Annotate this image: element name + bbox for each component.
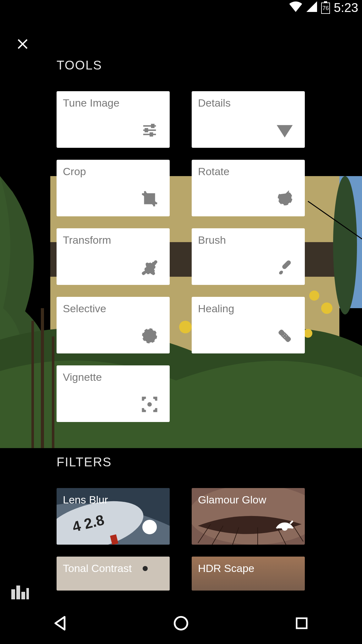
rotate-icon (275, 189, 295, 209)
levels-button[interactable] (11, 582, 29, 599)
tool-label: Crop (63, 165, 86, 178)
selective-icon (140, 326, 160, 346)
svg-point-29 (284, 333, 286, 335)
nav-home-icon (173, 615, 189, 632)
filter-hdr-scape[interactable]: HDR Scape (192, 557, 305, 591)
close-icon (16, 37, 29, 51)
svg-rect-54 (11, 589, 15, 599)
tools-section-title: TOOLS (57, 58, 362, 72)
svg-point-22 (152, 272, 155, 275)
tool-tune-image[interactable]: Tune Image (57, 91, 170, 148)
brush-icon (275, 257, 295, 277)
svg-rect-16 (152, 125, 154, 127)
svg-point-30 (285, 335, 287, 337)
tool-brush[interactable]: Brush (192, 228, 305, 285)
target-icon (140, 517, 160, 537)
tools-grid: Tune Image Details (57, 91, 362, 422)
svg-point-20 (145, 263, 149, 266)
filter-glamour-glow[interactable]: Glamour Glow (192, 488, 305, 545)
battery-icon: 76 (321, 1, 330, 14)
levels-icon (11, 586, 29, 599)
filter-label: Glamour Glow (198, 494, 266, 506)
tool-vignette[interactable]: Vignette (57, 365, 170, 422)
filters-section-title: FILTERS (57, 455, 362, 469)
svg-rect-18 (150, 133, 152, 136)
tool-details[interactable]: Details (192, 91, 305, 148)
filter-tonal-contrast[interactable]: Tonal Contrast (57, 557, 170, 591)
filter-label: HDR Scape (198, 562, 255, 575)
tool-selective[interactable]: Selective (57, 297, 170, 353)
svg-point-33 (147, 402, 152, 407)
svg-point-32 (284, 336, 286, 338)
svg-line-49 (290, 521, 293, 524)
sliders-icon (140, 120, 160, 140)
triangle-down-icon (275, 120, 295, 140)
svg-rect-57 (26, 588, 29, 599)
tool-label: Vignette (63, 371, 102, 383)
tool-healing[interactable]: Healing (192, 297, 305, 353)
android-nav-bar (0, 602, 362, 644)
clock: 5:23 (334, 1, 358, 15)
nav-home-button[interactable] (156, 612, 206, 634)
filter-label: Tonal Contrast (63, 562, 132, 575)
tool-label: Rotate (198, 165, 229, 178)
cell-signal-icon (306, 1, 317, 15)
transform-icon (140, 257, 160, 277)
filter-lens-blur[interactable]: 4 2.8 Lens Blur (57, 488, 170, 545)
svg-rect-59 (297, 618, 307, 628)
svg-point-19 (142, 272, 145, 275)
svg-rect-55 (16, 586, 20, 599)
svg-rect-56 (21, 592, 25, 599)
svg-point-52 (143, 566, 148, 571)
tool-crop[interactable]: Crop (57, 160, 170, 216)
tool-rotate[interactable]: Rotate (192, 160, 305, 216)
svg-point-58 (175, 617, 188, 630)
tool-label: Healing (198, 303, 234, 315)
filter-label: Lens Blur (63, 494, 108, 506)
svg-point-21 (154, 260, 157, 264)
eye-icon (275, 517, 295, 537)
nav-recent-button[interactable] (277, 612, 327, 634)
svg-point-31 (282, 335, 284, 337)
svg-rect-23 (282, 260, 291, 269)
tool-label: Transform (63, 234, 111, 246)
tool-label: Selective (63, 303, 106, 315)
crop-icon (140, 189, 160, 209)
battery-percent: 76 (322, 5, 329, 11)
tool-label: Brush (198, 234, 226, 246)
svg-point-25 (147, 333, 152, 338)
status-bar: 76 5:23 (0, 0, 362, 15)
vignette-icon (140, 394, 160, 414)
wifi-icon (289, 1, 302, 15)
nav-recent-icon (294, 616, 309, 631)
nav-back-icon (52, 615, 69, 632)
svg-rect-17 (145, 129, 148, 132)
svg-point-48 (282, 525, 288, 531)
healing-icon (275, 326, 295, 346)
tool-transform[interactable]: Transform (57, 228, 170, 285)
close-button[interactable] (15, 36, 30, 52)
svg-point-39 (147, 525, 152, 530)
tool-label: Details (198, 97, 231, 109)
filters-grid: 4 2.8 Lens Blur (57, 488, 362, 591)
nav-back-button[interactable] (35, 612, 85, 634)
tool-label: Tune Image (63, 97, 119, 109)
